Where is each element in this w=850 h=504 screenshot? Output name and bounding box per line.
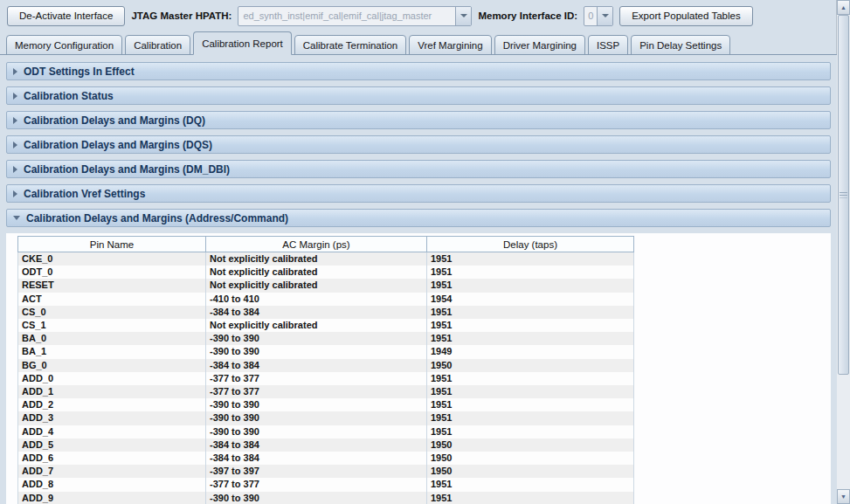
collapse-triangle-icon xyxy=(13,216,20,220)
table-row-reset[interactable]: RESETNot explicitly calibrated1951 xyxy=(18,279,634,292)
table-cell: BG_0 xyxy=(18,359,206,372)
section-header-calibration-delays-and-margins-dqs[interactable]: Calibration Delays and Margins (DQS) xyxy=(6,135,831,154)
scroll-up-icon: ▲ xyxy=(840,4,847,10)
section-title: Calibration Delays and Margins (DQ) xyxy=(24,114,205,127)
table-row-ba-0[interactable]: BA_0-390 to 3901951 xyxy=(18,332,634,345)
table-cell: -390 to 390 xyxy=(206,492,427,504)
table-row-cs-1[interactable]: CS_1Not explicitly calibrated1951 xyxy=(18,319,634,332)
expand-triangle-icon xyxy=(13,166,17,173)
table-cell: 1954 xyxy=(427,293,634,306)
table-cell: -390 to 390 xyxy=(206,398,427,411)
table-cell: ADD_7 xyxy=(18,465,206,478)
section-content-calibration-delays-and-margins-address-command: Pin NameAC Margin (ps)Delay (taps)CKE_0N… xyxy=(6,233,831,504)
table-cell: 1950 xyxy=(427,359,634,372)
table-cell: ADD_8 xyxy=(18,478,206,491)
memory-interface-id-combobox[interactable]: 0 xyxy=(584,6,613,26)
tab-pin-delay-settings[interactable]: Pin Delay Settings xyxy=(631,35,730,55)
table-row-add-3[interactable]: ADD_3-390 to 3901951 xyxy=(18,411,634,425)
table-cell: 1951 xyxy=(427,492,634,504)
scrollbar-grip-icon xyxy=(840,192,847,198)
table-cell: -377 to 377 xyxy=(206,478,427,491)
table-cell: 1951 xyxy=(427,385,634,398)
column-header-delay-taps[interactable]: Delay (taps) xyxy=(427,237,634,252)
calibration-report-table: Pin NameAC Margin (ps)Delay (taps)CKE_0N… xyxy=(17,236,634,504)
column-header-ac-margin-ps[interactable]: AC Margin (ps) xyxy=(206,237,427,252)
table-cell: RESET xyxy=(18,279,206,292)
section-title: Calibration Delays and Margins (DM_DBI) xyxy=(24,163,230,176)
column-header-pin-name[interactable]: Pin Name xyxy=(18,237,206,252)
expand-triangle-icon xyxy=(13,93,17,100)
scrollbar-track[interactable] xyxy=(837,15,850,489)
table-cell: ACT xyxy=(18,293,206,306)
dropdown-arrow-icon[interactable] xyxy=(455,7,471,25)
tab-calibration[interactable]: Calibration xyxy=(125,35,190,55)
section-header-calibration-delays-and-margins-dm-dbi[interactable]: Calibration Delays and Margins (DM_DBI) xyxy=(6,160,831,178)
table-cell: 1950 xyxy=(427,452,634,465)
section-header-calibration-vref-settings[interactable]: Calibration Vref Settings xyxy=(6,184,831,203)
section-header-calibration-delays-and-margins-address-command[interactable]: Calibration Delays and Margins (Address/… xyxy=(6,209,831,227)
expand-triangle-icon xyxy=(13,117,17,124)
table-row-add-6[interactable]: ADD_6-384 to 3841950 xyxy=(18,452,634,465)
scroll-up-button[interactable]: ▲ xyxy=(837,0,850,15)
table-cell: 1951 xyxy=(427,425,634,438)
table-cell: -384 to 384 xyxy=(206,452,427,465)
scroll-down-button[interactable]: ▼ xyxy=(837,489,850,504)
table-cell: ADD_0 xyxy=(18,372,206,385)
tab-driver-margining[interactable]: Driver Margining xyxy=(494,35,585,55)
table-cell: CKE_0 xyxy=(18,252,206,266)
table-cell: 1949 xyxy=(427,345,634,358)
jtag-master-hpath-value: ed_synth_inst|emif_cal|emif_cal|jtag_mas… xyxy=(238,7,455,25)
table-row-cs-0[interactable]: CS_0-384 to 3841951 xyxy=(18,306,634,319)
tab-calibrate-termination[interactable]: Calibrate Termination xyxy=(294,35,406,55)
dropdown-arrow-icon[interactable] xyxy=(597,7,612,25)
table-cell: Not explicitly calibrated xyxy=(206,252,427,266)
tab-issp[interactable]: ISSP xyxy=(588,35,628,55)
table-cell: -410 to 410 xyxy=(206,293,427,306)
table-row-bg-0[interactable]: BG_0-384 to 3841950 xyxy=(18,359,634,372)
deactivate-interface-button[interactable]: De-Activate Interface xyxy=(7,6,125,26)
table-header-row: Pin NameAC Margin (ps)Delay (taps) xyxy=(18,237,634,252)
table-cell: 1951 xyxy=(427,319,634,332)
export-populated-tables-button[interactable]: Export Populated Tables xyxy=(619,6,752,26)
table-row-add-2[interactable]: ADD_2-390 to 3901951 xyxy=(18,398,634,411)
table-cell: BA_0 xyxy=(18,332,206,345)
section-title: Calibration Delays and Margins (Address/… xyxy=(26,212,288,224)
section-title: Calibration Vref Settings xyxy=(24,188,145,200)
table-cell: 1951 xyxy=(427,266,634,279)
vertical-scrollbar[interactable]: ▲ ▼ xyxy=(836,0,850,504)
expand-triangle-icon xyxy=(13,142,17,148)
table-row-ba-1[interactable]: BA_1-390 to 3901949 xyxy=(18,345,634,358)
table-cell: 1951 xyxy=(427,252,634,266)
section-header-calibration-status[interactable]: Calibration Status xyxy=(6,86,831,105)
tab-calibration-report[interactable]: Calibration Report xyxy=(193,31,292,55)
table-row-add-1[interactable]: ADD_1-377 to 3771951 xyxy=(18,385,634,398)
expand-triangle-icon xyxy=(13,68,17,75)
table-row-add-9[interactable]: ADD_9-390 to 3901951 xyxy=(18,492,634,504)
table-row-add-7[interactable]: ADD_7-397 to 3971950 xyxy=(18,465,634,478)
section-header-calibration-delays-and-margins-dq[interactable]: Calibration Delays and Margins (DQ) xyxy=(6,111,831,129)
table-row-act[interactable]: ACT-410 to 4101954 xyxy=(18,293,634,306)
table-cell: ODT_0 xyxy=(18,266,206,279)
memory-interface-id-value: 0 xyxy=(584,7,597,25)
table-cell: ADD_4 xyxy=(18,425,206,438)
section-title: Calibration Delays and Margins (DQS) xyxy=(24,139,212,151)
table-row-odt-0[interactable]: ODT_0Not explicitly calibrated1951 xyxy=(18,266,634,279)
table-row-add-0[interactable]: ADD_0-377 to 3771951 xyxy=(18,372,634,385)
table-cell: 1951 xyxy=(427,411,634,425)
tab-vref-margining[interactable]: Vref Margining xyxy=(409,35,491,55)
table-row-cke-0[interactable]: CKE_0Not explicitly calibrated1951 xyxy=(18,252,634,266)
jtag-master-hpath-combobox[interactable]: ed_synth_inst|emif_cal|emif_cal|jtag_mas… xyxy=(238,6,472,26)
tab-memory-configuration[interactable]: Memory Configuration xyxy=(6,35,122,55)
table-cell: 1951 xyxy=(427,332,634,345)
table-row-add-4[interactable]: ADD_4-390 to 3901951 xyxy=(18,425,634,438)
section-header-odt-settings-in-effect[interactable]: ODT Settings In Effect xyxy=(6,62,831,80)
table-cell: -390 to 390 xyxy=(206,425,427,438)
main-area: De-Activate Interface JTAG Master HPATH:… xyxy=(0,0,837,504)
table-row-add-5[interactable]: ADD_5-384 to 3841950 xyxy=(18,438,634,452)
table-row-add-8[interactable]: ADD_8-377 to 3771951 xyxy=(18,478,634,491)
table-cell: 1950 xyxy=(427,438,634,452)
scrollbar-thumb[interactable] xyxy=(838,15,849,375)
down-triangle-icon xyxy=(602,14,609,17)
tab-panel: ODT Settings In EffectCalibration Status… xyxy=(0,54,837,504)
table-cell: ADD_6 xyxy=(18,452,206,465)
